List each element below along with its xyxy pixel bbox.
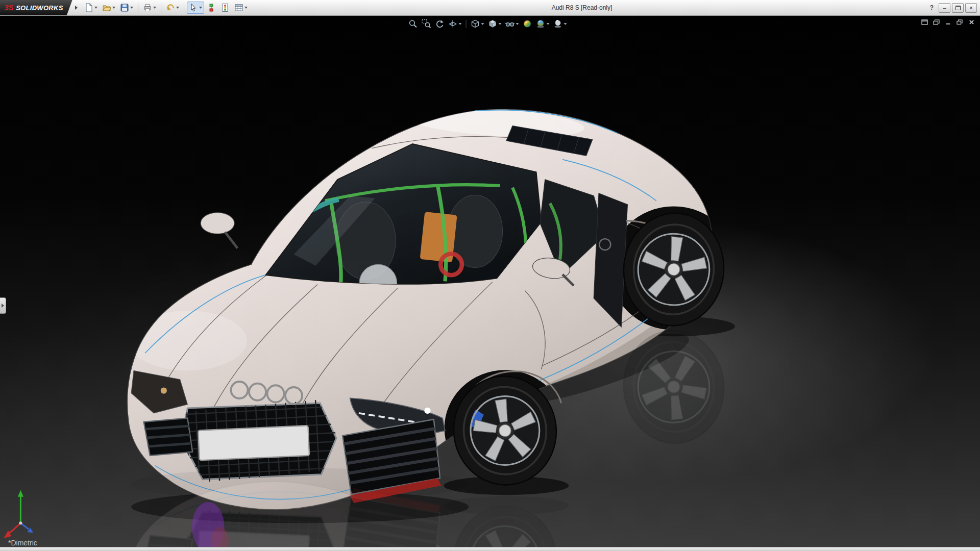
restore-icon	[957, 19, 963, 25]
dropdown-caret-icon[interactable]	[547, 23, 550, 25]
save-button[interactable]	[118, 2, 135, 14]
view-orientation-icon	[471, 19, 480, 29]
license-plate[interactable]	[198, 425, 309, 460]
minimize-button[interactable]: –	[939, 3, 950, 13]
options-button[interactable]	[232, 2, 250, 14]
menu-expand-arrow-icon[interactable]	[75, 6, 78, 10]
save-icon	[120, 3, 129, 12]
zoom-to-area-button[interactable]	[421, 18, 432, 30]
titlebar: 3S SOLIDWORKS	[0, 0, 980, 16]
orientation-triad	[4, 490, 33, 538]
3d-scene[interactable]	[0, 16, 980, 547]
document-close-button[interactable]	[967, 18, 975, 26]
print-icon	[143, 3, 152, 12]
heads-up-view-toolbar	[407, 18, 568, 30]
rebuild-button[interactable]	[218, 2, 232, 14]
select-tool-button[interactable]	[187, 2, 204, 14]
dropdown-caret-icon[interactable]	[153, 7, 156, 9]
dropdown-caret-icon[interactable]	[481, 23, 484, 25]
window-controls: ? – ×	[926, 0, 977, 15]
apply-scene-button[interactable]	[535, 18, 551, 30]
window-cascade-icon	[933, 19, 940, 25]
document-window-controls	[920, 18, 975, 26]
dropdown-caret-icon[interactable]	[94, 7, 97, 9]
y-axis-arrow	[18, 490, 23, 496]
new-document-icon	[84, 3, 93, 12]
display-style-button[interactable]	[487, 18, 503, 30]
document-restore-button[interactable]	[955, 18, 964, 26]
previous-view-icon	[435, 19, 445, 29]
edit-appearance-button[interactable]	[522, 18, 533, 30]
previous-view-button[interactable]	[434, 18, 446, 30]
view-settings-icon	[553, 19, 563, 29]
dropdown-caret-icon[interactable]	[199, 7, 202, 9]
print-button[interactable]	[141, 2, 158, 14]
dropdown-caret-icon[interactable]	[459, 23, 462, 25]
solidworks-wordmark: SOLIDWORKS	[16, 4, 63, 12]
hide-show-items-icon	[505, 19, 515, 29]
section-view-button[interactable]	[447, 18, 463, 30]
main-toolbar	[82, 2, 250, 14]
maximize-button[interactable]	[952, 3, 964, 13]
select-cursor-icon	[189, 3, 198, 12]
minimize-icon	[945, 19, 951, 25]
car-model[interactable]	[127, 102, 738, 523]
open-document-icon	[102, 3, 111, 12]
window-cascade-button[interactable]	[932, 18, 940, 26]
hide-show-items-button[interactable]	[504, 18, 520, 30]
zoom-to-area-icon	[422, 19, 431, 29]
instant3d-icon	[207, 3, 216, 12]
zoom-to-fit-button[interactable]	[407, 18, 419, 30]
display-style-icon	[488, 19, 498, 29]
dropdown-caret-icon[interactable]	[244, 7, 248, 9]
window-icon	[921, 19, 928, 25]
document-minimize-button[interactable]	[944, 18, 952, 26]
dropdown-caret-icon[interactable]	[112, 7, 115, 9]
toolbar-separator	[138, 3, 138, 13]
section-view-icon	[448, 19, 458, 29]
close-button[interactable]: ×	[965, 3, 977, 13]
rebuild-icon	[220, 3, 230, 12]
close-icon	[969, 19, 974, 25]
featuremanager-flyout-tab[interactable]	[0, 297, 6, 314]
dropdown-caret-icon[interactable]	[130, 7, 133, 9]
apply-scene-icon	[536, 19, 546, 29]
dassault-3ds-logo-icon: 3S	[5, 4, 13, 12]
graphics-viewport[interactable]: *Dimetric	[0, 16, 980, 547]
window-tile-button[interactable]	[920, 18, 928, 26]
left-mirror[interactable]	[201, 213, 237, 248]
dropdown-caret-icon[interactable]	[499, 23, 502, 25]
window-title: Audi R8 S [Read-only]	[552, 0, 612, 15]
view-orientation-label: *Dimetric	[8, 539, 37, 547]
toolbar-separator	[466, 20, 467, 28]
toolbar-separator	[184, 3, 184, 13]
status-bar	[0, 547, 980, 551]
toolbar-separator	[161, 3, 161, 13]
dropdown-caret-icon[interactable]	[516, 23, 519, 25]
view-orientation-button[interactable]	[470, 18, 485, 30]
help-button[interactable]: ?	[926, 4, 937, 11]
expand-panel-arrow-icon	[2, 304, 4, 308]
zoom-to-fit-icon	[408, 19, 418, 29]
view-settings-button[interactable]	[552, 18, 568, 30]
undo-icon	[166, 3, 175, 12]
left-intake[interactable]	[141, 418, 195, 456]
dropdown-caret-icon[interactable]	[176, 7, 179, 9]
edit-appearance-icon	[523, 19, 532, 29]
options-table-icon	[234, 3, 243, 12]
maximize-icon	[955, 6, 961, 10]
dropdown-caret-icon[interactable]	[564, 23, 567, 25]
new-document-button[interactable]	[82, 2, 100, 14]
instant3d-button[interactable]	[205, 2, 218, 14]
open-document-button[interactable]	[100, 2, 117, 14]
undo-button[interactable]	[164, 2, 181, 14]
solidworks-logo: 3S SOLIDWORKS	[0, 0, 72, 15]
